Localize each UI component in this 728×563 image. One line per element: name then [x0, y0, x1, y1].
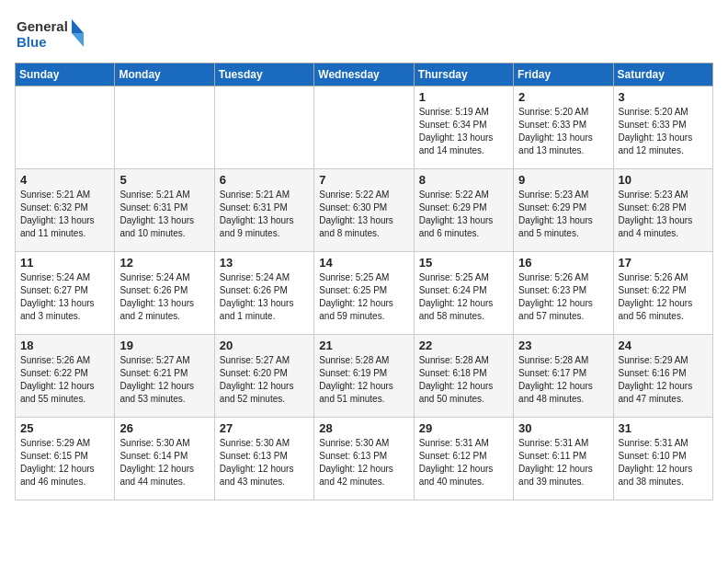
calendar-cell: 24Sunrise: 5:29 AM Sunset: 6:16 PM Dayli… [613, 335, 712, 418]
cell-info: Sunrise: 5:31 AM Sunset: 6:10 PM Dayligh… [619, 437, 708, 488]
cell-info: Sunrise: 5:25 AM Sunset: 6:25 PM Dayligh… [319, 271, 408, 323]
day-number: 5 [119, 173, 209, 187]
cell-info: Sunrise: 5:29 AM Sunset: 6:15 PM Dayligh… [20, 437, 109, 488]
cell-info: Sunrise: 5:23 AM Sunset: 6:28 PM Dayligh… [619, 189, 708, 240]
day-number: 11 [20, 256, 109, 270]
weekday-header-row: SundayMondayTuesdayWednesdayThursdayFrid… [16, 63, 713, 86]
calendar-cell: 8Sunrise: 5:22 AM Sunset: 6:29 PM Daylig… [414, 169, 513, 252]
weekday-header-saturday: Saturday [613, 63, 712, 86]
cell-info: Sunrise: 5:28 AM Sunset: 6:18 PM Dayligh… [419, 354, 508, 406]
calendar-cell [314, 86, 414, 169]
cell-info: Sunrise: 5:21 AM Sunset: 6:32 PM Dayligh… [20, 189, 109, 240]
day-number: 15 [419, 256, 508, 270]
calendar-cell: 28Sunrise: 5:30 AM Sunset: 6:13 PM Dayli… [314, 418, 414, 500]
logo-svg: GeneralBlue [15, 15, 88, 52]
day-number: 6 [220, 173, 309, 187]
svg-marker-2 [72, 19, 84, 33]
weekday-header-sunday: Sunday [16, 63, 115, 86]
calendar-week-row: 4Sunrise: 5:21 AM Sunset: 6:32 PM Daylig… [16, 169, 713, 252]
day-number: 17 [619, 256, 708, 270]
cell-info: Sunrise: 5:24 AM Sunset: 6:26 PM Dayligh… [119, 271, 209, 323]
cell-info: Sunrise: 5:22 AM Sunset: 6:29 PM Dayligh… [419, 189, 508, 240]
calendar-cell: 11Sunrise: 5:24 AM Sunset: 6:27 PM Dayli… [16, 252, 115, 335]
day-number: 19 [119, 339, 209, 352]
cell-info: Sunrise: 5:29 AM Sunset: 6:16 PM Dayligh… [619, 354, 708, 406]
day-number: 25 [20, 421, 109, 435]
cell-info: Sunrise: 5:26 AM Sunset: 6:23 PM Dayligh… [518, 271, 608, 323]
day-number: 7 [319, 173, 408, 187]
day-number: 14 [319, 256, 408, 270]
cell-info: Sunrise: 5:20 AM Sunset: 6:33 PM Dayligh… [619, 106, 708, 157]
day-number: 4 [20, 173, 109, 187]
day-number: 18 [20, 339, 109, 352]
day-number: 13 [220, 256, 309, 270]
day-number: 12 [119, 256, 209, 270]
calendar-week-row: 18Sunrise: 5:26 AM Sunset: 6:22 PM Dayli… [16, 335, 713, 418]
cell-info: Sunrise: 5:28 AM Sunset: 6:19 PM Dayligh… [319, 354, 408, 406]
calendar-cell: 21Sunrise: 5:28 AM Sunset: 6:19 PM Dayli… [314, 335, 414, 418]
calendar-cell: 29Sunrise: 5:31 AM Sunset: 6:12 PM Dayli… [414, 418, 513, 500]
weekday-header-monday: Monday [115, 63, 214, 86]
cell-info: Sunrise: 5:22 AM Sunset: 6:30 PM Dayligh… [319, 189, 408, 240]
calendar-cell: 25Sunrise: 5:29 AM Sunset: 6:15 PM Dayli… [16, 418, 115, 500]
calendar-cell: 14Sunrise: 5:25 AM Sunset: 6:25 PM Dayli… [314, 252, 414, 335]
calendar-cell: 10Sunrise: 5:23 AM Sunset: 6:28 PM Dayli… [613, 169, 712, 252]
day-number: 21 [319, 339, 408, 352]
calendar-cell [16, 86, 115, 169]
cell-info: Sunrise: 5:25 AM Sunset: 6:24 PM Dayligh… [419, 271, 508, 323]
cell-info: Sunrise: 5:31 AM Sunset: 6:12 PM Dayligh… [419, 437, 508, 488]
cell-info: Sunrise: 5:23 AM Sunset: 6:29 PM Dayligh… [518, 189, 608, 240]
day-number: 24 [619, 339, 708, 352]
calendar-week-row: 25Sunrise: 5:29 AM Sunset: 6:15 PM Dayli… [16, 418, 713, 500]
calendar-cell: 17Sunrise: 5:26 AM Sunset: 6:22 PM Dayli… [613, 252, 712, 335]
calendar-cell: 18Sunrise: 5:26 AM Sunset: 6:22 PM Dayli… [16, 335, 115, 418]
calendar-cell: 13Sunrise: 5:24 AM Sunset: 6:26 PM Dayli… [214, 252, 313, 335]
cell-info: Sunrise: 5:24 AM Sunset: 6:26 PM Dayligh… [220, 271, 309, 323]
calendar-cell: 12Sunrise: 5:24 AM Sunset: 6:26 PM Dayli… [115, 252, 214, 335]
day-number: 23 [518, 339, 608, 352]
weekday-header-friday: Friday [514, 63, 613, 86]
calendar-cell: 15Sunrise: 5:25 AM Sunset: 6:24 PM Dayli… [414, 252, 513, 335]
svg-text:General: General [17, 18, 68, 34]
day-number: 2 [518, 90, 608, 104]
day-number: 1 [419, 90, 508, 104]
svg-text:Blue: Blue [17, 34, 47, 50]
calendar-cell: 22Sunrise: 5:28 AM Sunset: 6:18 PM Dayli… [414, 335, 513, 418]
calendar-cell: 7Sunrise: 5:22 AM Sunset: 6:30 PM Daylig… [314, 169, 414, 252]
calendar-week-row: 11Sunrise: 5:24 AM Sunset: 6:27 PM Dayli… [16, 252, 713, 335]
page-header: GeneralBlue [15, 15, 713, 52]
calendar-cell [214, 86, 313, 169]
cell-info: Sunrise: 5:19 AM Sunset: 6:34 PM Dayligh… [419, 106, 508, 157]
calendar-table: SundayMondayTuesdayWednesdayThursdayFrid… [15, 63, 713, 500]
logo: GeneralBlue [15, 15, 88, 52]
calendar-cell [115, 86, 214, 169]
day-number: 28 [319, 421, 408, 435]
day-number: 20 [220, 339, 309, 352]
day-number: 31 [619, 421, 708, 435]
cell-info: Sunrise: 5:26 AM Sunset: 6:22 PM Dayligh… [20, 354, 109, 406]
cell-info: Sunrise: 5:27 AM Sunset: 6:20 PM Dayligh… [220, 354, 309, 406]
calendar-cell: 23Sunrise: 5:28 AM Sunset: 6:17 PM Dayli… [514, 335, 613, 418]
weekday-header-tuesday: Tuesday [214, 63, 313, 86]
day-number: 26 [119, 421, 209, 435]
cell-info: Sunrise: 5:31 AM Sunset: 6:11 PM Dayligh… [518, 437, 608, 488]
calendar-cell: 31Sunrise: 5:31 AM Sunset: 6:10 PM Dayli… [613, 418, 712, 500]
day-number: 16 [518, 256, 608, 270]
cell-info: Sunrise: 5:30 AM Sunset: 6:13 PM Dayligh… [220, 437, 309, 488]
day-number: 22 [419, 339, 508, 352]
calendar-cell: 20Sunrise: 5:27 AM Sunset: 6:20 PM Dayli… [214, 335, 313, 418]
cell-info: Sunrise: 5:20 AM Sunset: 6:33 PM Dayligh… [518, 106, 608, 157]
cell-info: Sunrise: 5:27 AM Sunset: 6:21 PM Dayligh… [119, 354, 209, 406]
calendar-cell: 9Sunrise: 5:23 AM Sunset: 6:29 PM Daylig… [514, 169, 613, 252]
day-number: 9 [518, 173, 608, 187]
calendar-cell: 2Sunrise: 5:20 AM Sunset: 6:33 PM Daylig… [514, 86, 613, 169]
calendar-cell: 30Sunrise: 5:31 AM Sunset: 6:11 PM Dayli… [514, 418, 613, 500]
calendar-cell: 16Sunrise: 5:26 AM Sunset: 6:23 PM Dayli… [514, 252, 613, 335]
day-number: 3 [619, 90, 708, 104]
calendar-cell: 19Sunrise: 5:27 AM Sunset: 6:21 PM Dayli… [115, 335, 214, 418]
calendar-cell: 27Sunrise: 5:30 AM Sunset: 6:13 PM Dayli… [214, 418, 313, 500]
day-number: 30 [518, 421, 608, 435]
day-number: 10 [619, 173, 708, 187]
calendar-cell: 4Sunrise: 5:21 AM Sunset: 6:32 PM Daylig… [16, 169, 115, 252]
cell-info: Sunrise: 5:28 AM Sunset: 6:17 PM Dayligh… [518, 354, 608, 406]
